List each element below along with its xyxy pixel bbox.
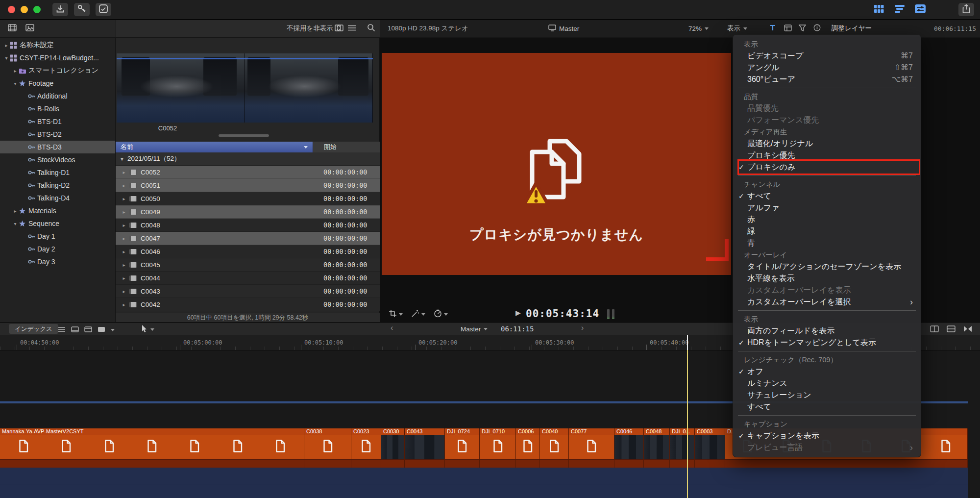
menu-item[interactable]: ✓すべて [733, 190, 921, 202]
menu-item[interactable]: 青 [733, 237, 921, 249]
table-row[interactable]: ▸C004300:00:00:00 [116, 285, 380, 298]
clip-appearance-thumb-icon[interactable] [84, 325, 92, 334]
clip-filmstrip-preview[interactable] [117, 53, 373, 123]
menu-item[interactable]: ビデオスコープ⌘7 [733, 50, 921, 62]
timeline-project-dropdown[interactable]: Master [461, 323, 488, 335]
sidebar-item-bts-d3[interactable]: BTS-D3 [0, 141, 115, 153]
sidebar-item-materials[interactable]: ▸Materials [0, 204, 115, 217]
zoom-button[interactable] [33, 6, 41, 13]
sidebar-media-button[interactable] [8, 20, 17, 37]
timeline-clip[interactable]: C0046 [614, 428, 644, 468]
connected-storyline[interactable] [0, 468, 968, 498]
sidebar-item-talking-d4[interactable]: Talking-D4 [0, 192, 115, 204]
menu-item[interactable]: ✓プロキシのみ [733, 161, 921, 173]
audio-meters[interactable] [607, 309, 614, 319]
close-button[interactable] [8, 6, 15, 13]
column-header-start[interactable]: 開始 [313, 142, 380, 152]
playhead[interactable] [687, 335, 688, 498]
retime-tool-button[interactable] [434, 309, 448, 320]
menu-item[interactable]: 水平線を表示 [733, 273, 921, 284]
table-row[interactable]: ▸C005100:00:00:00 [116, 179, 380, 192]
show-inspector-button[interactable] [912, 3, 928, 16]
menu-item[interactable]: アングル⇧⌘7 [733, 62, 921, 74]
timeline-clip[interactable]: DJI_0724 [445, 428, 480, 468]
timeline-clip[interactable]: C0003 [695, 428, 725, 468]
table-row[interactable]: ▸C005000:00:00:00 [116, 192, 380, 205]
timeline-clip[interactable]: C0043 [405, 428, 445, 468]
sidebar-item-day-2[interactable]: Day 2 [0, 243, 115, 255]
disclosure-right-icon[interactable]: ▸ [121, 223, 127, 228]
timeline-clip[interactable]: Mannaka-Ya-AVP-MasterV2CSYT [0, 428, 304, 468]
menu-item[interactable]: ✓HDRをトーンマッピングとして表示 [733, 337, 921, 349]
disclosure-right-icon[interactable]: ▸ [121, 209, 127, 215]
hide-rejected-filter[interactable]: 不採用を非表示 [287, 20, 341, 37]
filmstrip-view-button[interactable] [335, 20, 343, 37]
disclosure-down-icon[interactable]: ▾ [12, 81, 19, 86]
share-button[interactable] [958, 3, 974, 16]
disclosure-right-icon[interactable]: ▸ [121, 196, 127, 201]
tool-selector[interactable] [141, 324, 154, 334]
disclosure-right-icon[interactable]: ▸ [121, 170, 127, 175]
transition-bowtie-icon[interactable] [963, 325, 972, 334]
sidebar-photos-button[interactable] [25, 20, 34, 37]
clip-appearance-lines-icon[interactable] [58, 325, 66, 334]
show-timeline-button[interactable] [892, 3, 907, 16]
column-header-name[interactable]: 名前 [116, 142, 313, 152]
sidebar-item-b-rolls[interactable]: B-Rolls [0, 102, 115, 115]
menu-item[interactable]: 360°ビューア⌥⌘7 [733, 74, 921, 85]
date-group-row[interactable]: ▼ 2021/05/11（52） [116, 152, 380, 166]
disclosure-right-icon[interactable]: ▸ [121, 289, 127, 294]
timeline-clip[interactable]: C0006 [516, 428, 540, 468]
menu-item[interactable]: 最適化/オリジナル [733, 138, 921, 149]
menu-item[interactable]: 品質優先 [733, 102, 921, 114]
menu-item[interactable]: サチュレーション [733, 389, 921, 401]
transform-tool-button[interactable] [389, 309, 403, 320]
timeline-clip[interactable]: C0023 [351, 428, 381, 468]
disclosure-right-icon[interactable]: ▸ [121, 262, 127, 268]
table-row[interactable]: ▸C004800:00:00:00 [116, 219, 380, 232]
disclosure-right-icon[interactable]: ▸ [3, 43, 10, 48]
clip-appearance-solid-icon[interactable] [98, 325, 105, 334]
play-button[interactable]: ▶ [515, 309, 521, 317]
menu-item[interactable]: プロキシ優先 [733, 149, 921, 161]
timeline-clip[interactable]: C0038 [304, 428, 351, 468]
timeline-clip[interactable]: DJI_0710 [480, 428, 516, 468]
show-browser-button[interactable] [871, 3, 887, 16]
disclosure-down-icon[interactable]: ▼ [120, 156, 124, 162]
timeline-clip[interactable]: DJI_0... [670, 428, 695, 468]
sidebar-item-additional[interactable]: Additional [0, 90, 115, 102]
menu-item[interactable]: ルミナンス [733, 377, 921, 389]
sidebar-item-talking-d2[interactable]: Talking-D2 [0, 179, 115, 192]
clip-appearance-waveform-icon[interactable] [71, 325, 79, 334]
zoom-dropdown[interactable]: 72% [688, 20, 709, 37]
disclosure-right-icon[interactable]: ▸ [121, 302, 127, 307]
sidebar-item-talking-d1[interactable]: Talking-D1 [0, 166, 115, 179]
table-row[interactable]: ▸C004900:00:00:00 [116, 205, 380, 219]
table-row[interactable]: ▸C004500:00:00:00 [116, 258, 380, 272]
menu-item[interactable]: カスタムオーバーレイを表示 [733, 284, 921, 296]
split-view-icon[interactable] [930, 325, 939, 334]
minimize-button[interactable] [21, 6, 28, 13]
sidebar-item-bts-d2[interactable]: BTS-D2 [0, 128, 115, 141]
disclosure-down-icon[interactable]: ▾ [12, 221, 19, 226]
index-button[interactable]: インデックス [9, 324, 58, 334]
menu-item[interactable]: アルファ [733, 202, 921, 214]
stacked-view-icon[interactable] [947, 325, 956, 334]
timeline-clip[interactable]: C0030 [381, 428, 405, 468]
disclosure-right-icon[interactable]: ▸ [121, 275, 127, 281]
sidebar-item-csyt-ep14-lowbudget...[interactable]: ▾CSYT-EP14-LowBudget... [0, 51, 115, 64]
timeline-clip[interactable]: C0040 [540, 428, 569, 468]
sidebar-item-名称未設定[interactable]: ▸名称未設定 [0, 39, 115, 51]
menu-item[interactable]: パフォーマンス優先 [733, 114, 921, 126]
search-button[interactable] [367, 20, 375, 37]
effects-tool-button[interactable] [411, 309, 425, 320]
table-row[interactable]: ▸C004400:00:00:00 [116, 272, 380, 285]
table-row[interactable]: ▸C004200:00:00:00 [116, 298, 380, 311]
disclosure-right-icon[interactable]: ▸ [121, 183, 127, 188]
sidebar-item-day-3[interactable]: Day 3 [0, 255, 115, 268]
table-row[interactable]: ▸C004700:00:00:00 [116, 232, 380, 245]
keyword-editor-button[interactable] [74, 3, 90, 16]
disclosure-down-icon[interactable]: ▾ [3, 55, 10, 61]
sidebar-item-footage[interactable]: ▾Footage [0, 77, 115, 90]
sidebar-item-bts-d1[interactable]: BTS-D1 [0, 115, 115, 128]
